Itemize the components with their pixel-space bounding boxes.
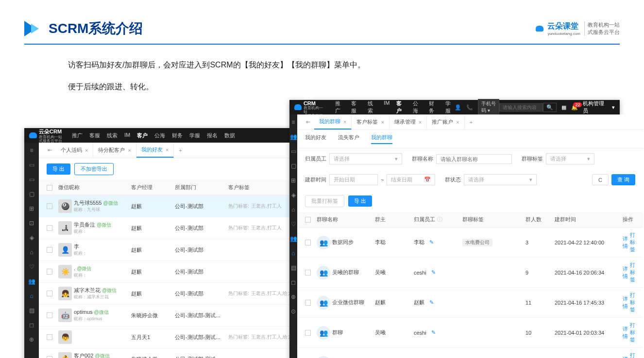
table-row[interactable]: 🎱九号球5555 @微信昵称：九号球赵麒公司-测试部热门标签: 王老吉,打工人 <box>39 195 316 217</box>
nav-公海[interactable]: 公海 <box>413 100 423 114</box>
table-row[interactable]: 👶客户002 @微信昵称：安姐小朋友朱晓婷企微公司-测试部-测试... <box>39 348 316 358</box>
r-side-9[interactable]: ▤ <box>289 264 297 272</box>
nav-财务[interactable]: 财务 <box>429 100 439 114</box>
side-icon-1[interactable]: ▭ <box>28 161 35 169</box>
row-checkbox[interactable] <box>305 330 311 336</box>
side-icon-5[interactable]: ⊡ <box>28 219 35 227</box>
subtab-我的好友[interactable]: 我的好友 <box>305 134 326 144</box>
menu-icon[interactable]: ≡ <box>28 146 35 154</box>
batch-tag-button[interactable]: 批量打标签 <box>305 195 344 207</box>
row-checkbox[interactable] <box>47 334 52 340</box>
row-checkbox[interactable] <box>47 247 52 253</box>
nav-IM[interactable]: IM <box>124 132 130 139</box>
tag-link[interactable]: 打标签 <box>630 352 635 358</box>
nav-客户[interactable]: 客户 <box>396 100 406 114</box>
nav-公海[interactable]: 公海 <box>154 132 165 139</box>
search-type-select[interactable]: 手机号码 ▾ <box>478 99 499 115</box>
search-icon[interactable]: 🔍 <box>543 103 557 112</box>
detail-link[interactable]: 详情 <box>623 295 628 310</box>
close-icon[interactable]: × <box>166 147 169 153</box>
detail-link[interactable]: 详情 <box>623 235 628 250</box>
nav-推广[interactable]: 推广 <box>72 132 83 139</box>
side-icon-6[interactable]: ◈ <box>28 234 35 242</box>
nav-学服[interactable]: 学服 <box>445 100 455 114</box>
r-side-2[interactable]: ▭ <box>289 147 297 155</box>
export-button[interactable]: 导 出 <box>47 163 70 175</box>
side-icon-active[interactable]: ⌂ <box>28 292 35 300</box>
tag-link[interactable]: 打标签 <box>630 261 635 283</box>
detail-link[interactable]: 详情 <box>623 356 628 358</box>
nav-财务[interactable]: 财务 <box>172 132 183 139</box>
close-icon[interactable]: × <box>128 147 131 153</box>
nav-数据[interactable]: 数据 <box>224 132 235 139</box>
r-side-7[interactable]: ♡ <box>289 220 297 228</box>
row-checkbox[interactable] <box>305 240 311 245</box>
reset-button[interactable]: C <box>592 174 609 185</box>
side-icon-9[interactable]: 👥 <box>28 277 35 285</box>
r-side-1[interactable]: 👥 <box>289 133 297 141</box>
nav-报名[interactable]: 报名 <box>207 132 218 139</box>
status-select[interactable]: 请选择▾ <box>464 174 537 185</box>
groupname-input[interactable] <box>436 154 512 164</box>
nav-线索[interactable]: 线索 <box>107 132 118 139</box>
menu-icon[interactable]: ≡ <box>289 118 297 126</box>
start-date[interactable]: 开始日期 <box>329 174 378 185</box>
checkbox-all[interactable] <box>47 185 52 191</box>
row-checkbox[interactable] <box>305 270 311 276</box>
export-button[interactable]: 导 出 <box>348 195 372 207</box>
side-icon-4[interactable]: ⊞ <box>28 205 35 212</box>
tag-link[interactable]: 打标签 <box>630 322 635 343</box>
search-button[interactable]: 查 询 <box>611 174 635 185</box>
r-side-11[interactable]: ⊕ <box>289 293 297 301</box>
subtab-我的群聊[interactable]: 我的群聊 <box>371 134 392 144</box>
tab-add[interactable]: + <box>174 147 186 153</box>
row-checkbox[interactable] <box>305 300 311 306</box>
subtab-流失客户[interactable]: 流失客户 <box>338 134 359 144</box>
table-row[interactable]: 👧减字木兰花 @微信昵称：减字木兰花赵麒公司-测试部热门标签: 王老吉,打工人,… <box>39 283 316 305</box>
edit-icon[interactable]: ✎ <box>431 269 436 276</box>
r-side-active[interactable]: ⌂ <box>289 249 297 257</box>
edit-icon[interactable]: ✎ <box>429 239 434 245</box>
role-label[interactable]: 机构管理员 <box>583 100 607 114</box>
row-checkbox[interactable] <box>47 312 52 318</box>
side-icon-3[interactable]: ▢ <box>28 190 35 198</box>
end-date[interactable]: 结束日期📅 <box>387 174 435 185</box>
nav-IM[interactable]: IM <box>384 100 390 114</box>
edit-icon[interactable]: ✎ <box>429 299 434 306</box>
grid-icon[interactable]: ▦ <box>561 104 566 111</box>
nav-客服[interactable]: 客服 <box>351 100 361 114</box>
close-icon[interactable]: × <box>85 147 88 153</box>
row-checkbox[interactable] <box>47 269 52 275</box>
phone-icon[interactable]: 📞 <box>466 104 473 111</box>
tag-link[interactable]: 打标签 <box>630 292 635 313</box>
r-side-12[interactable]: ⊙ <box>289 308 297 315</box>
tab-继承管理[interactable]: 继承管理× <box>390 114 427 130</box>
row-checkbox[interactable] <box>47 356 52 358</box>
nav-推广[interactable]: 推广 <box>335 100 345 114</box>
row-checkbox[interactable] <box>47 203 52 209</box>
table-row[interactable]: 👤李 昵称：赵麒公司-测试部 <box>39 239 316 261</box>
r-side-6[interactable]: ⌂ <box>289 206 297 213</box>
tab-add[interactable]: + <box>465 119 477 125</box>
side-icon-11[interactable]: ◻ <box>28 321 35 329</box>
side-icon-7[interactable]: ⌂ <box>28 248 35 256</box>
side-icon-8[interactable]: ♡ <box>28 263 35 271</box>
checkbox-all[interactable] <box>305 217 311 223</box>
nav-客服[interactable]: 客服 <box>89 132 100 139</box>
side-icon-10[interactable]: ▤ <box>28 307 35 314</box>
side-icon-12[interactable]: ⊕ <box>28 336 35 343</box>
table-row[interactable]: 👥吴曦的群聊吴曦ceshi✎92021-04-16 20:06:34详情 打标签 <box>297 258 643 288</box>
table-row[interactable]: 🤖optimus @微信昵称：optimus朱晓婷企微公司-测试部-测试... <box>39 305 316 326</box>
nav-客户[interactable]: 客户 <box>137 132 148 139</box>
table-row[interactable]: ☀️. @微信昵称：赵麒公司-测试部 <box>39 261 316 283</box>
tab-个人活码[interactable]: 个人活码× <box>56 143 93 158</box>
tab-待分配客户[interactable]: 待分配客户× <box>93 143 136 158</box>
detail-link[interactable]: 详情 <box>623 265 628 280</box>
tab-我的群聊[interactable]: 我的群聊× <box>314 114 352 130</box>
nav-学服[interactable]: 学服 <box>189 132 200 139</box>
table-row[interactable]: 👥群聊振亚振亚✎32021-03-26 20:10:47详情 打标签 <box>297 348 643 358</box>
close-icon[interactable]: × <box>343 119 346 125</box>
r-side-8[interactable]: 👥 <box>289 235 297 243</box>
table-row[interactable]: 👦 五月天1公司-测试部-测试...热门标签: 王老吉,打工人,给力,康... <box>39 326 316 348</box>
close-icon[interactable]: × <box>381 119 384 125</box>
